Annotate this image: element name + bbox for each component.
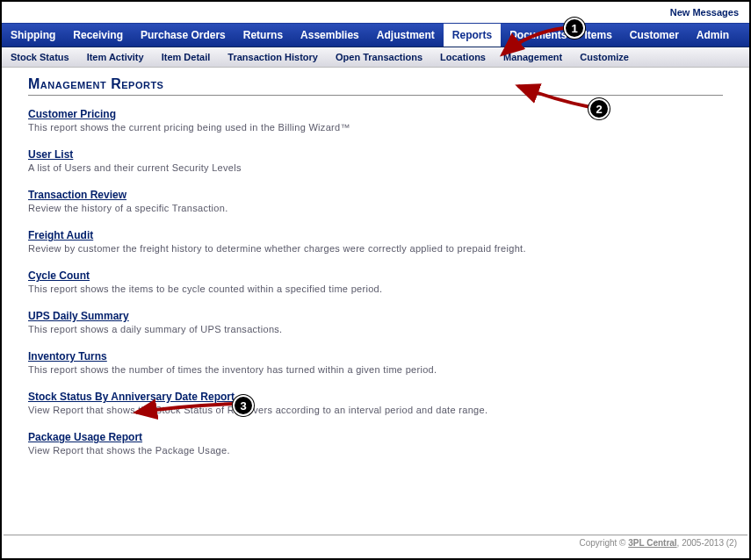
subnav-open-transactions[interactable]: Open Transactions: [327, 47, 431, 67]
main-nav: Shipping Receiving Purchase Orders Retur…: [2, 23, 749, 47]
footer: Copyright © 3PL Central, 2005-2013 (2): [4, 535, 747, 548]
footer-suffix: , 2005-2013 (2): [677, 538, 737, 548]
subnav-item-activity[interactable]: Item Activity: [78, 47, 153, 67]
nav-receiving[interactable]: Receiving: [64, 24, 132, 47]
report-cycle-count: Cycle Count This report shows the items …: [28, 269, 723, 294]
report-link-freight-audit[interactable]: Freight Audit: [28, 229, 93, 241]
footer-prefix: Copyright ©: [579, 538, 628, 548]
annotation-badge-1: 1: [564, 18, 585, 39]
report-user-list: User List A list of Users and their curr…: [28, 148, 723, 173]
report-customer-pricing: Customer Pricing This report shows the c…: [28, 108, 723, 133]
nav-purchase-orders[interactable]: Purchase Orders: [132, 24, 235, 47]
report-link-user-list[interactable]: User List: [28, 148, 73, 161]
report-desc: This report shows the current pricing be…: [28, 122, 723, 133]
nav-customer[interactable]: Customer: [621, 24, 688, 47]
subnav-transaction-history[interactable]: Transaction History: [219, 47, 327, 67]
report-transaction-review: Transaction Review Review the history of…: [28, 189, 723, 213]
report-link-customer-pricing[interactable]: Customer Pricing: [28, 108, 116, 120]
subnav-management[interactable]: Management: [495, 47, 571, 67]
report-desc: This report shows the number of times th…: [28, 364, 723, 375]
nav-adjustment[interactable]: Adjustment: [368, 24, 444, 47]
new-messages-link[interactable]: New Messages: [670, 7, 739, 18]
report-link-package-usage[interactable]: Package Usage Report: [28, 431, 142, 443]
nav-reports[interactable]: Reports: [444, 24, 501, 47]
report-link-inventory-turns[interactable]: Inventory Turns: [28, 350, 107, 363]
nav-assemblies[interactable]: Assemblies: [292, 24, 368, 47]
nav-returns[interactable]: Returns: [235, 24, 292, 47]
report-link-transaction-review[interactable]: Transaction Review: [28, 189, 126, 201]
report-package-usage: Package Usage Report View Report that sh…: [28, 431, 723, 456]
report-link-stock-status-anniversary[interactable]: Stock Status By Anniversary Date Report: [28, 391, 235, 403]
report-ups-daily-summary: UPS Daily Summary This report shows a da…: [28, 310, 723, 334]
annotation-badge-2: 2: [589, 98, 610, 119]
content-area: Management Reports Customer Pricing This…: [2, 68, 749, 480]
subnav-item-detail[interactable]: Item Detail: [153, 47, 220, 67]
report-desc: This report shows the items to be cycle …: [28, 284, 723, 294]
sub-nav: Stock Status Item Activity Item Detail T…: [2, 47, 749, 68]
subnav-locations[interactable]: Locations: [431, 47, 495, 67]
page-title: Management Reports: [28, 76, 723, 92]
annotation-badge-3: 3: [233, 395, 254, 416]
report-desc: View Report that shows the Package Usage…: [28, 445, 723, 456]
report-stock-status-anniversary: Stock Status By Anniversary Date Report …: [28, 391, 723, 415]
report-desc: Review by customer the freight history t…: [28, 243, 723, 254]
footer-link[interactable]: 3PL Central: [628, 538, 676, 548]
report-freight-audit: Freight Audit Review by customer the fre…: [28, 229, 723, 254]
report-desc: View Report that shows the Stock Status …: [28, 405, 723, 415]
report-desc: A list of Users and their current Securi…: [28, 162, 723, 173]
title-divider: [28, 95, 723, 96]
top-bar: New Messages: [2, 2, 749, 23]
subnav-stock-status[interactable]: Stock Status: [2, 47, 78, 67]
nav-shipping[interactable]: Shipping: [2, 24, 64, 47]
report-desc: This report shows a daily summary of UPS…: [28, 324, 723, 334]
report-inventory-turns: Inventory Turns This report shows the nu…: [28, 350, 723, 375]
report-desc: Review the history of a specific Transac…: [28, 203, 723, 213]
subnav-customize[interactable]: Customize: [571, 47, 638, 67]
report-link-cycle-count[interactable]: Cycle Count: [28, 269, 90, 282]
report-link-ups-daily-summary[interactable]: UPS Daily Summary: [28, 310, 129, 322]
nav-admin[interactable]: Admin: [688, 24, 738, 47]
